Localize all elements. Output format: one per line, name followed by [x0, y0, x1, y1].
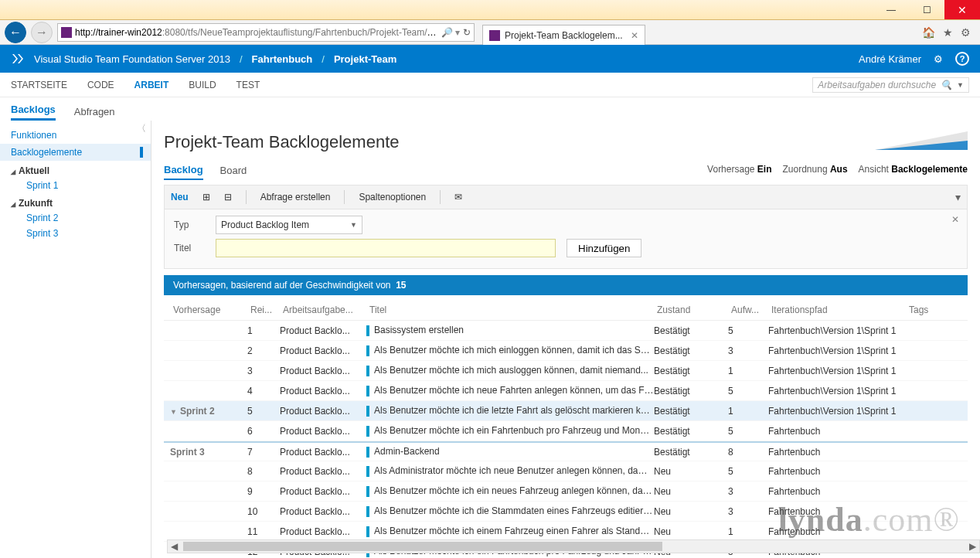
svg-marker-1 [18, 54, 23, 63]
chevron-down-icon[interactable]: ▼ [957, 81, 964, 89]
column-options-button[interactable]: Spaltenoptionen [359, 192, 426, 202]
opt-view[interactable]: Ansicht Backlogelemente [859, 164, 968, 175]
table-row[interactable]: 2Product Backlo...Als Benutzer möchte ic… [164, 341, 968, 361]
table-row[interactable]: 9Product Backlo...Als Benutzer möchte ic… [164, 481, 968, 502]
back-button[interactable]: ← [5, 22, 26, 43]
tab-close-icon[interactable]: ✕ [631, 30, 638, 41]
close-button[interactable]: ✕ [944, 0, 980, 19]
filter-icon[interactable]: ▾ [955, 191, 961, 203]
table-row[interactable]: 8Product Backlo...Als Administrator möch… [164, 461, 968, 481]
col-title[interactable]: Titel [369, 305, 657, 315]
col-state[interactable]: Zustand [657, 305, 731, 315]
tab-backlog[interactable]: Backlog [164, 164, 203, 180]
hub-arbeit[interactable]: ARBEIT [134, 80, 169, 90]
tab-title: Projekt-Team Backlogelem... [505, 30, 623, 41]
col-type[interactable]: Arbeitsaufgabe... [283, 305, 369, 315]
forward-button[interactable]: → [31, 22, 53, 43]
tab-board[interactable]: Board [220, 165, 247, 179]
leftnav-sprint-3[interactable]: Sprint 3 [0, 226, 151, 241]
new-button[interactable]: Neu [171, 192, 189, 202]
email-icon[interactable]: ✉ [454, 192, 462, 202]
add-button[interactable]: Hinzufügen [567, 239, 641, 257]
minimize-button[interactable]: — [873, 0, 909, 19]
table-row[interactable]: 6Product Backlo...Als Benutzer möchte ic… [164, 421, 968, 441]
browser-tab[interactable]: Projekt-Team Backlogelem... ✕ [482, 25, 645, 45]
subnav-abfragen[interactable]: Abfragen [74, 106, 115, 121]
product-link[interactable]: Visual Studio Team Foundation Server 201… [34, 53, 230, 65]
leftnav-group-zukunft[interactable]: Zukunft [0, 193, 151, 210]
table-row[interactable]: 3Product Backlo...Als Benutzer möchte ic… [164, 361, 968, 381]
tfs-header: Visual Studio Team Foundation Server 201… [0, 45, 980, 73]
search-icon: 🔍 [941, 80, 952, 90]
hub-test[interactable]: TEST [236, 80, 260, 90]
favorites-icon[interactable]: ★ [943, 26, 953, 39]
hub-build[interactable]: BUILD [189, 80, 216, 90]
scroll-right-icon[interactable]: ▶ [969, 541, 976, 552]
left-backlog-tree: 〈 Funktionen Backlogelemente Aktuell Spr… [0, 121, 151, 558]
refresh-icon[interactable]: ↻ [463, 27, 471, 38]
table-row[interactable]: 10Product Backlo...Als Benutzer möchte i… [164, 502, 968, 522]
grid-header: Vorhersage Rei... Arbeitsaufgabe... Tite… [164, 300, 968, 321]
url-text: http://trainer-win2012:8080/tfs/NeueTeam… [75, 27, 438, 38]
type-label: Typ [174, 219, 205, 230]
vs-favicon-icon [489, 30, 500, 41]
backlog-toolbar: Neu ⊞ ⊟ Abfrage erstellen Spaltenoptione… [164, 185, 968, 209]
table-row[interactable]: 1Product Backlo...Basissystem erstellenB… [164, 321, 968, 341]
type-select[interactable]: Product Backlog Item ▼ [216, 216, 362, 234]
breadcrumb-project[interactable]: Fahrtenbuch [252, 53, 313, 65]
horizontal-scrollbar[interactable]: ◀ ▶ [167, 539, 980, 553]
create-query-button[interactable]: Abfrage erstellen [260, 192, 331, 202]
scroll-left-icon[interactable]: ◀ [171, 541, 178, 552]
table-row[interactable]: Sprint 37Product Backlo...Admin-BackendB… [164, 441, 968, 461]
quick-add-panel: ✕ Typ Product Backlog Item ▼ Titel Hinzu… [164, 209, 968, 269]
subnav-backlogs[interactable]: Backlogs [11, 104, 56, 121]
forecast-banner: Vorhersagen, basierend auf der Geschwind… [164, 275, 968, 295]
hub-nav: STARTSEITE CODE ARBEIT BUILD TEST Arbeit… [0, 73, 980, 97]
col-rank[interactable]: Rei... [250, 305, 283, 315]
collapse-icon[interactable]: ⊟ [224, 192, 232, 202]
hub-startseite[interactable]: STARTSEITE [11, 80, 67, 90]
velocity-chart[interactable] [875, 128, 968, 156]
table-row[interactable]: ▼Sprint 25Product Backlo...Als Benutzer … [164, 401, 968, 421]
search-dropdown-icon[interactable]: 🔎 ▾ [441, 27, 460, 38]
opt-forecast[interactable]: Vorhersage Ein [707, 164, 771, 175]
backlog-grid: Vorhersage Rei... Arbeitsaufgabe... Tite… [164, 300, 968, 558]
title-input[interactable] [216, 239, 556, 257]
search-placeholder: Arbeitsaufgaben durchsuche [818, 80, 936, 90]
col-effort[interactable]: Aufw... [731, 305, 771, 315]
settings-icon[interactable]: ⚙ [934, 53, 943, 65]
chevron-down-icon: ▼ [350, 221, 357, 229]
vs-logo-icon [11, 52, 25, 66]
sub-nav: Backlogs Abfragen [0, 97, 980, 121]
browser-toolbar: ← → http://trainer-win2012:8080/tfs/Neue… [0, 20, 980, 45]
user-name[interactable]: André Krämer [859, 53, 921, 65]
opt-mapping[interactable]: Zuordnung Aus [783, 164, 848, 175]
address-bar[interactable]: http://trainer-win2012:8080/tfs/NeueTeam… [57, 23, 475, 42]
expand-icon[interactable]: ⊞ [202, 192, 210, 202]
page-title: Projekt-Team Backlogelemente [164, 132, 399, 152]
breadcrumb-team[interactable]: Projekt-Team [334, 53, 396, 65]
col-forecast[interactable]: Vorhersage [167, 305, 250, 315]
col-tags[interactable]: Tags [909, 305, 948, 315]
leftnav-backlogelemente[interactable]: Backlogelemente [0, 144, 151, 161]
close-quickadd-icon[interactable]: ✕ [951, 214, 959, 225]
hub-code[interactable]: CODE [87, 80, 114, 90]
main-content: Projekt-Team Backlogelemente Backlog Boa… [151, 121, 980, 558]
scrollbar-thumb[interactable] [183, 542, 662, 551]
tools-icon[interactable]: ⚙ [961, 26, 971, 39]
work-item-search[interactable]: Arbeitsaufgaben durchsuche 🔍 ▼ [812, 77, 969, 93]
maximize-button[interactable]: ☐ [909, 0, 944, 19]
help-icon[interactable]: ? [955, 52, 969, 66]
table-row[interactable]: 4Product Backlo...Als Benutzer möchte ic… [164, 381, 968, 401]
window-titlebar: — ☐ ✕ [0, 0, 980, 20]
leftnav-funktionen[interactable]: Funktionen [0, 127, 151, 144]
leftnav-group-aktuell[interactable]: Aktuell [0, 161, 151, 178]
col-iteration[interactable]: Iterationspfad [771, 305, 909, 315]
home-icon[interactable]: 🏠 [922, 26, 935, 39]
svg-marker-0 [12, 54, 18, 63]
leftnav-sprint-2[interactable]: Sprint 2 [0, 210, 151, 226]
vs-favicon-icon [61, 27, 72, 38]
leftnav-sprint-1[interactable]: Sprint 1 [0, 178, 151, 193]
title-label: Titel [174, 243, 205, 253]
